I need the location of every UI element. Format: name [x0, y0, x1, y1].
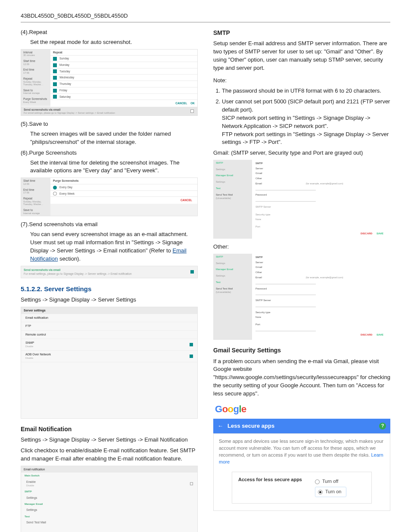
repeat-ok-button[interactable]: OK [190, 102, 195, 105]
radio-turn-off[interactable]: Turn off [315, 478, 346, 485]
en-test-send[interactable]: Send Test Mail [21, 520, 197, 526]
pp-saveto-sub: Internal storage [23, 212, 48, 215]
send-panel: Send screenshots via email For email set… [21, 266, 198, 278]
so-email-label: Email (for example, example@gmail.com) [255, 276, 387, 280]
gmail-sec-para: If a problem occurs when sending the e-m… [213, 358, 390, 398]
content-columns: (4).Repeat Set the repeat mode for auto … [21, 28, 390, 532]
day-friday[interactable]: Friday [50, 87, 197, 94]
purge-every-day[interactable]: Every Day [50, 184, 197, 191]
send-email-toggle[interactable] [190, 109, 194, 113]
en-header: Email notification [21, 466, 197, 473]
sg-sendtest[interactable]: Send Test Mail(Unavailable) [213, 192, 252, 202]
note-1: The password should be in UTF8 format wi… [222, 87, 390, 95]
sg-discard-button[interactable]: DISCARD [361, 232, 372, 235]
sg-settings2[interactable]: Settings [213, 179, 252, 185]
help-icon[interactable]: ? [379, 423, 386, 429]
email-notification-para: Click checkbox to enable/disable E-mail … [21, 447, 198, 463]
so-save-button[interactable]: SAVE [377, 333, 383, 336]
sp-interval-sub: 30 minutes [23, 54, 48, 57]
day-saturday[interactable]: Saturday [50, 94, 197, 100]
sp-purge-sub: Every Week [23, 101, 48, 104]
sg-manager: Manager Email [213, 172, 252, 179]
sg-email-input[interactable] [255, 187, 316, 190]
so-email-input[interactable] [255, 281, 316, 284]
email-notification-path: Settings -> Signage Display -> Server Se… [21, 436, 198, 444]
turn-on-label: Turn on [325, 488, 342, 495]
sg-title: SMTP [255, 162, 387, 165]
item-send-desc: You can send every screenshot image as a… [21, 230, 198, 263]
radio-icon [318, 490, 323, 495]
purge-cancel-button[interactable]: CANCEL [181, 199, 192, 202]
footer-title: Send screenshots via email [24, 108, 195, 112]
sg-email-label: Email (for example, example@gmail.com) [255, 182, 387, 186]
day-monday[interactable]: Monday [50, 62, 197, 68]
so-email-hint: (for example, example@gmail.com) [306, 276, 343, 279]
smtp-gmail-panel: SMTP Settings Manager Email Settings Tes… [213, 160, 390, 239]
so-port-input[interactable] [255, 328, 316, 331]
sp-purge: Purge Screenshots [23, 97, 48, 101]
sg-security-label: Security type [255, 213, 271, 216]
so-password-input[interactable] [255, 292, 316, 295]
item-repeat: (4).Repeat [21, 28, 198, 37]
item-purge-desc: Set the interval time for deleting the s… [21, 159, 198, 175]
sg-security-val: None [255, 218, 387, 221]
sg-save-button[interactable]: SAVE [377, 232, 383, 235]
ss-ftp[interactable]: FTP [21, 322, 197, 330]
so-sendtest[interactable]: Send Test Mail(Unavailable) [213, 286, 252, 296]
sp-interval: Interval [23, 51, 48, 54]
so-test: Test [213, 279, 252, 286]
so-port: Port [255, 323, 387, 327]
so-settings2[interactable]: Settings [213, 273, 252, 279]
day-wednesday[interactable]: Wednesday [50, 75, 197, 81]
so-radio-gmail[interactable]: Gmail [255, 265, 387, 269]
server-settings-path: Settings -> Signage Display -> Server Se… [21, 296, 198, 304]
sg-radio-gmail[interactable]: Gmail [255, 171, 387, 175]
en-smtp-settings[interactable]: Settings [21, 495, 197, 501]
send-panel-toggle[interactable] [190, 270, 194, 274]
so-radio-other[interactable]: Other [255, 271, 387, 274]
so-title: SMTP [255, 255, 387, 259]
en-manager-settings[interactable]: Settings [21, 507, 197, 513]
purge-every-week[interactable]: Every Week [50, 191, 197, 197]
right-column: SMTP Setup sender E-mail address and SMT… [213, 28, 390, 532]
sg-settings[interactable]: Settings [213, 166, 252, 173]
radio-turn-on[interactable]: Turn on [315, 487, 346, 497]
sg-password-input[interactable] [255, 198, 316, 202]
item-saveto: (5).Save to [21, 120, 198, 128]
pp-start-sub: 12:00 [23, 183, 48, 186]
so-security-val[interactable]: None [255, 316, 387, 319]
ss-adb[interactable]: ADB Over Network Disable [21, 351, 197, 362]
back-icon[interactable]: Less secure apps [218, 422, 274, 430]
ss-email[interactable]: Email notification [21, 314, 197, 322]
sg-email-hint: (for example, example@gmail.com) [306, 182, 343, 185]
so-settings[interactable]: Settings [213, 260, 252, 267]
note-2: User cannot set port 5000 (SICP default … [222, 98, 390, 146]
sg-server-label: Server [255, 167, 387, 171]
checkbox-icon [190, 482, 193, 485]
less-secure-apps-bar: Less secure apps ? [213, 419, 390, 434]
repeat-cancel-button[interactable]: CANCEL [175, 102, 187, 105]
day-tuesday[interactable]: Tuesday [50, 68, 197, 75]
en-enable[interactable]: Enable Disable [21, 479, 197, 488]
item-send: (7).Send screenshots via email [21, 221, 198, 229]
sg-radio-other[interactable]: Other [255, 177, 387, 180]
email-notification-heading: Email Notification [21, 425, 198, 433]
pp-repeat-sub: Sunday, Monday, Tuesday, Wedne… [23, 200, 48, 206]
so-discard-button[interactable]: DISCARD [361, 333, 372, 336]
ss-snmp[interactable]: SNMP Disable [21, 339, 197, 351]
access-label: Access for less secure apps [238, 476, 302, 483]
sg-password-label: Password [255, 193, 387, 197]
google-o1: o [222, 404, 228, 414]
purge-title: Purge Screenshots [50, 178, 197, 184]
day-thursday[interactable]: Thursday [50, 81, 197, 87]
sg-smtpserver: SMTP Server [255, 205, 387, 209]
pp-saveto: Save to [23, 208, 48, 212]
note-list: The password should be in UTF8 format wi… [213, 87, 390, 146]
left-column: (4).Repeat Set the repeat mode for auto … [21, 28, 198, 532]
so-email-text: Email [255, 276, 262, 279]
item-title: Send screenshots via email [29, 221, 98, 227]
day-sunday[interactable]: Sunday [50, 56, 197, 62]
ss-remote[interactable]: Remote control [21, 331, 197, 339]
sp-start: Start time [23, 59, 48, 63]
so-smtpserver-input[interactable] [255, 304, 316, 307]
